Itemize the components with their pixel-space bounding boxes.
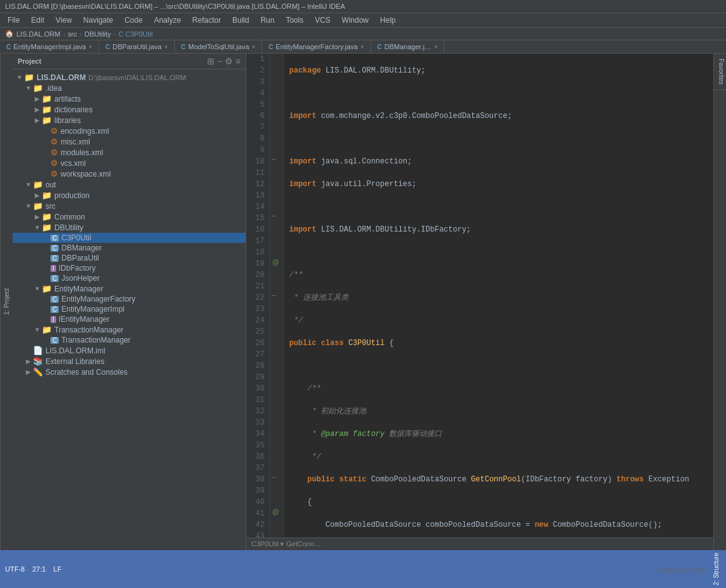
java-c-icon-c3p0util: C [51,235,59,242]
tree-item-common[interactable]: ▶ 📁 Common [13,211,246,222]
tree-item-root[interactable]: ▼ 📁 LIS.DAL.ORM D:\jbasesvn\DAL\LIS.DAL.… [13,72,246,83]
menu-edit[interactable]: Edit [26,15,49,26]
tree-item-transactionmanager[interactable]: C TransactionManager [13,335,246,345]
code-area: 12345 678910 1112131415 1617181920 21222… [246,54,713,538]
tree-item-encodings[interactable]: ⚙ encodings.xml [13,126,246,136]
tree-label-dbparautil: DBParaUtil [61,254,98,262]
tree-item-scratches[interactable]: ▶ ✏️ Scratches and Consoles [13,367,246,377]
tree-label-entitymanagerimpl: EntityManagerImpl [61,305,124,314]
tree-item-idbfactory[interactable]: I IDbFactory [13,263,246,273]
tree-label-common: Common [54,213,85,221]
menu-run[interactable]: Run [256,15,280,26]
tree-item-jsonhelper[interactable]: C JsonHelper [13,273,246,283]
tab-dbmanager[interactable]: C DBManager.j… × [371,40,445,53]
breadcrumb-c3p0util[interactable]: C C3P0Util [119,30,153,38]
tree-label-out: out [45,180,56,189]
tree-label-external-libraries: External Libraries [45,357,104,366]
tree-label-idbfactory: IDbFactory [59,264,96,273]
tab-bar: C EntityManagerImpl.java × C DBParaUtil.… [0,40,726,54]
tree-arrow-dbutility: ▼ [33,224,42,231]
tree-item-workspace[interactable]: ⚙ workspace.xml [13,168,246,179]
tree-item-src[interactable]: ▼ 📁 src [13,201,246,211]
tab-label-modeltosqlutil: ModelToSqlUtil.java [188,43,249,50]
tree-item-entitymanagerfactory[interactable]: C EntityManagerFactory [13,294,246,304]
tree-arrow-external-libraries: ▶ [24,358,33,365]
bottom-filename[interactable]: C3P0Util ▾ GetConn… [251,540,321,548]
tree-label-dictionaries: dictionaries [54,105,93,114]
menu-analyze[interactable]: Analyze [149,15,186,26]
sidebar-toolbar-settings[interactable]: ⚙ [225,56,233,66]
tab-entitymanagerimpl[interactable]: C EntityManagerImpl.java × [0,40,99,53]
menu-help[interactable]: Help [375,15,401,26]
sidebar-toolbar: ⊞ − ⚙ ≡ [207,56,241,66]
breadcrumb-src[interactable]: src [68,30,77,38]
tree-arrow-idea: ▼ [24,85,33,91]
project-panel-tab[interactable]: 1: Project [0,54,13,550]
breadcrumb-root[interactable]: 🏠 [5,30,14,38]
tree-item-transactionmanager-folder[interactable]: ▼ 📁 TransactionManager [13,324,246,335]
fold-icon-14[interactable]: − [272,213,276,220]
menu-navigate[interactable]: Navigate [78,15,118,26]
tab-close-dbparautil[interactable]: × [164,44,168,50]
tree-label-encodings: encodings.xml [61,127,109,136]
tree-item-idea[interactable]: ▼ 📁 .idea [13,83,246,93]
sidebar-toolbar-collapse[interactable]: − [217,56,222,66]
sidebar-toolbar-menu[interactable]: ≡ [235,56,241,66]
tree-item-libraries[interactable]: ▶ 📁 libraries [13,115,246,126]
menu-vcs[interactable]: VCS [310,15,336,26]
tab-icon-entitymanagerfactory: C [268,44,273,50]
menu-refactor[interactable]: Refactor [187,15,226,26]
tree-item-lis-iml[interactable]: 📄 LIS.DAL.ORM.iml [13,345,246,356]
tree-label-misc: misc.xml [61,138,90,146]
tree-item-dictionaries[interactable]: ▶ 📁 dictionaries [13,104,246,115]
sidebar-toolbar-expand[interactable]: ⊞ [207,56,215,66]
tree-item-artifacts[interactable]: ▶ 📁 artifacts [13,93,246,104]
menu-code[interactable]: Code [119,15,148,26]
gutter-annotation-18: @ [272,258,279,266]
tree-label-ientitymanager: IEntityManager [59,315,110,324]
tree-item-ientitymanager[interactable]: I IEntityManager [13,314,246,324]
menu-window[interactable]: Window [336,15,374,26]
xml-icon-encodings: ⚙ [51,126,58,136]
java-i-icon-iem: I [51,316,56,323]
tree-item-vcs[interactable]: ⚙ vcs.xml [13,158,246,168]
menu-view[interactable]: View [51,15,77,26]
fold-icon-37[interactable]: − [272,474,276,481]
menu-tools[interactable]: Tools [281,15,309,26]
tab-close-dbmanager[interactable]: × [434,44,437,50]
breadcrumb-project[interactable]: LIS.DAL.ORM [16,30,61,38]
status-structure-tab[interactable]: 2: Structure [711,551,721,587]
tree-item-entitymanager[interactable]: ▼ 📁 EntityManager [13,283,246,294]
tree-item-out[interactable]: ▼ 📁 out [13,179,246,190]
code-content[interactable]: package LIS.DAL.ORM.DBUtility; import co… [284,54,713,538]
tab-icon-entitymanagerimpl: C [6,44,11,50]
tree-arrow-transactionmanager-folder: ▼ [33,326,42,333]
tab-close-entitymanagerimpl[interactable]: × [88,44,92,50]
favorites-panel-tab[interactable]: Favorites [714,54,726,90]
tree-item-c3p0util[interactable]: C C3P0Util [13,233,246,243]
tab-modeltosqlutil[interactable]: C ModelToSqlUtil.java × [175,40,263,53]
tree-label-scratches: Scratches and Consoles [45,368,128,377]
tab-dbparautil[interactable]: C DBParaUtil.java × [99,40,175,53]
tree-item-dbparautil[interactable]: C DBParaUtil [13,253,246,263]
fold-icon-10[interactable]: − [272,156,276,163]
tree-item-dbutility[interactable]: ▼ 📁 DBUtility [13,222,246,233]
tree-label-dbmanager: DBManager [61,244,102,252]
folder-icon-src: 📁 [33,201,43,211]
tree-arrow-dictionaries: ▶ [33,106,42,113]
java-c-icon-tm: C [51,337,59,344]
tree-item-misc[interactable]: ⚙ misc.xml [13,136,246,147]
tab-close-entitymanagerfactory[interactable]: × [360,44,364,50]
tree-item-external-libraries[interactable]: ▶ 📚 External Libraries [13,356,246,367]
menu-file[interactable]: File [3,15,25,26]
tree-item-entitymanagerimpl[interactable]: C EntityManagerImpl [13,304,246,314]
folder-icon-artifacts: 📁 [42,94,52,103]
fold-icon-21[interactable]: − [272,292,276,299]
tree-item-dbmanager[interactable]: C DBManager [13,243,246,253]
menu-build[interactable]: Build [227,15,254,26]
tree-item-production[interactable]: ▶ 📁 production [13,190,246,201]
tab-close-modeltosqlutil[interactable]: × [252,44,256,50]
breadcrumb-dbutility[interactable]: DBUtility [85,30,111,38]
tab-entitymanagerfactory[interactable]: C EntityManagerFactory.java × [262,40,371,53]
tree-item-modules[interactable]: ⚙ modules.xml [13,147,246,158]
